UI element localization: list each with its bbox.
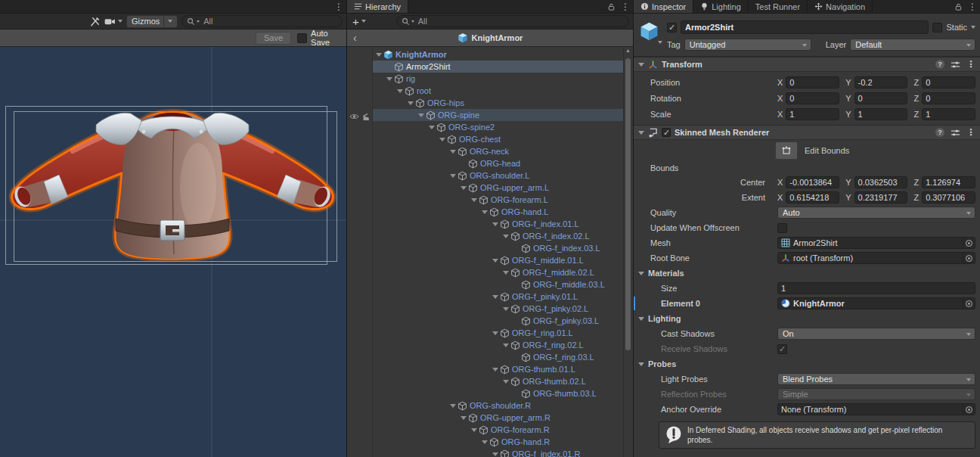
help-icon[interactable]: ? <box>935 60 944 69</box>
help-icon[interactable]: ? <box>935 128 944 137</box>
update-offscreen-checkbox[interactable] <box>777 223 787 233</box>
armor-model[interactable] <box>11 112 333 259</box>
scale-x-field[interactable]: 1 <box>786 108 839 120</box>
scene-search-input[interactable]: All <box>181 15 343 27</box>
center-x-field[interactable]: -0.0013864 <box>786 176 839 188</box>
hierarchy-item[interactable]: ORG-thumb.01.L <box>373 363 624 375</box>
expand-arrow-icon[interactable] <box>471 428 477 432</box>
active-checkbox[interactable] <box>667 23 677 33</box>
object-picker-icon[interactable] <box>963 238 975 248</box>
position-z-field[interactable]: 0 <box>922 76 975 89</box>
tab-hierarchy[interactable]: Hierarchy <box>347 0 408 13</box>
rotation-x-field[interactable]: 0 <box>786 92 839 104</box>
hierarchy-item[interactable]: ORG-upper_arm.L <box>373 182 624 194</box>
scene-viewport[interactable] <box>0 47 346 457</box>
foldout-icon[interactable] <box>638 63 644 67</box>
hierarchy-item[interactable]: ORG-f_ring.03.L <box>373 351 624 363</box>
edit-bounds-button[interactable] <box>775 141 798 160</box>
hierarchy-item[interactable]: ORG-forearm.R <box>373 424 624 436</box>
hierarchy-item[interactable]: ORG-spine <box>373 109 624 121</box>
hierarchy-item[interactable]: ORG-f_middle.02.L <box>373 266 624 278</box>
component-enabled-checkbox[interactable] <box>662 128 671 137</box>
foldout-icon[interactable] <box>638 131 644 135</box>
probes-foldout[interactable]: Probes <box>634 356 980 372</box>
hierarchy-item[interactable]: ORG-f_index.01.L <box>373 218 624 230</box>
hierarchy-item[interactable]: rig <box>373 73 624 85</box>
hierarchy-item[interactable]: ORG-hand.R <box>373 436 624 448</box>
hand-pick-icon[interactable] <box>361 112 371 121</box>
scene-camera-button[interactable] <box>104 17 122 26</box>
hierarchy-item[interactable]: ORG-f_pinky.02.L <box>373 303 624 315</box>
skinned-mesh-renderer-header[interactable]: Skinned Mesh Renderer ? ⋮ <box>634 125 980 140</box>
expand-arrow-icon[interactable] <box>450 404 456 408</box>
kebab-icon[interactable]: ⋮ <box>968 2 977 11</box>
expand-arrow-icon[interactable] <box>386 77 392 81</box>
hierarchy-item[interactable]: ORG-hips <box>373 97 624 109</box>
hierarchy-item[interactable]: ORG-head <box>373 157 624 169</box>
expand-arrow-icon[interactable] <box>503 380 509 384</box>
layer-dropdown[interactable]: Default <box>850 39 975 51</box>
hierarchy-item[interactable]: ORG-f_index.01.R <box>373 448 624 457</box>
eye-icon[interactable] <box>349 112 359 121</box>
cast-shadows-dropdown[interactable]: On <box>777 328 975 340</box>
object-picker-icon[interactable] <box>963 404 975 415</box>
lighting-foldout[interactable]: Lighting <box>634 311 980 326</box>
scale-z-field[interactable]: 1 <box>922 108 975 120</box>
auto-save-checkbox[interactable] <box>297 33 307 43</box>
hierarchy-item[interactable]: ORG-shoulder.L <box>373 169 624 182</box>
materials-foldout[interactable]: Materials <box>634 266 980 281</box>
expand-arrow-icon[interactable] <box>429 126 435 129</box>
root-bone-object-field[interactable]: root (Transform) <box>777 252 975 264</box>
tab-lighting[interactable]: Lighting <box>693 0 749 13</box>
hierarchy-item[interactable]: ORG-hand.L <box>373 206 624 218</box>
kebab-icon[interactable]: ⋮ <box>966 60 975 69</box>
rotation-z-field[interactable]: 0 <box>922 92 975 104</box>
create-button[interactable]: + <box>351 16 368 27</box>
extent-x-field[interactable]: 0.6154218 <box>786 191 839 204</box>
materials-size-field[interactable]: 1 <box>777 282 975 294</box>
hierarchy-item[interactable]: ORG-chest <box>373 133 624 145</box>
hierarchy-item[interactable]: ORG-thumb.03.L <box>373 387 624 399</box>
expand-arrow-icon[interactable] <box>503 307 509 311</box>
expand-arrow-icon[interactable] <box>492 331 498 335</box>
name-field[interactable]: Armor2Shirt <box>681 20 929 34</box>
hierarchy-search-input[interactable]: All <box>396 15 629 27</box>
light-probes-dropdown[interactable]: Blend Probes <box>777 373 975 385</box>
expand-arrow-icon[interactable] <box>492 452 498 456</box>
expand-arrow-icon[interactable] <box>503 271 509 275</box>
quality-dropdown[interactable]: Auto <box>777 207 975 219</box>
tag-dropdown[interactable]: Untagged <box>684 39 811 51</box>
hierarchy-item[interactable]: ORG-f_ring.02.L <box>373 339 624 351</box>
prefab-icon[interactable] <box>639 21 659 42</box>
hierarchy-item[interactable]: ORG-f_pinky.03.L <box>373 315 624 327</box>
hierarchy-item[interactable]: root <box>373 85 624 97</box>
hierarchy-item[interactable]: ORG-neck <box>373 145 624 157</box>
expand-arrow-icon[interactable] <box>492 222 498 226</box>
expand-arrow-icon[interactable] <box>376 53 382 57</box>
kebab-icon[interactable]: ⋮ <box>966 128 975 137</box>
object-picker-icon[interactable] <box>963 253 975 263</box>
expand-arrow-icon[interactable] <box>450 150 456 154</box>
lock-icon[interactable] <box>954 2 963 11</box>
expand-arrow-icon[interactable] <box>439 138 445 141</box>
expand-arrow-icon[interactable] <box>482 440 488 444</box>
lock-icon[interactable] <box>607 2 616 11</box>
hierarchy-item[interactable]: ORG-f_middle.03.L <box>373 278 624 291</box>
static-dropdown-icon[interactable] <box>971 26 975 29</box>
hierarchy-item[interactable]: ORG-shoulder.R <box>373 399 624 412</box>
gizmos-dropdown[interactable]: Gizmos <box>126 15 178 28</box>
hierarchy-item[interactable]: ORG-forearm.L <box>373 194 624 206</box>
hierarchy-item[interactable]: KnightArmor <box>373 48 624 61</box>
extent-z-field[interactable]: 0.3077106 <box>922 191 975 204</box>
tab-test-runner[interactable]: Test Runner <box>749 0 808 13</box>
hierarchy-item[interactable]: Armor2Shirt <box>373 61 624 73</box>
expand-arrow-icon[interactable] <box>471 198 477 202</box>
tab-navigation[interactable]: Navigation <box>808 0 873 13</box>
hierarchy-item[interactable]: ORG-f_index.02.L <box>373 230 624 242</box>
tab-inspector[interactable]: Inspector <box>634 0 693 13</box>
expand-arrow-icon[interactable] <box>461 416 467 420</box>
static-checkbox[interactable] <box>932 23 942 33</box>
rotation-y-field[interactable]: 0 <box>854 92 908 104</box>
position-x-field[interactable]: 0 <box>786 76 839 89</box>
position-y-field[interactable]: -0.2 <box>854 76 908 89</box>
